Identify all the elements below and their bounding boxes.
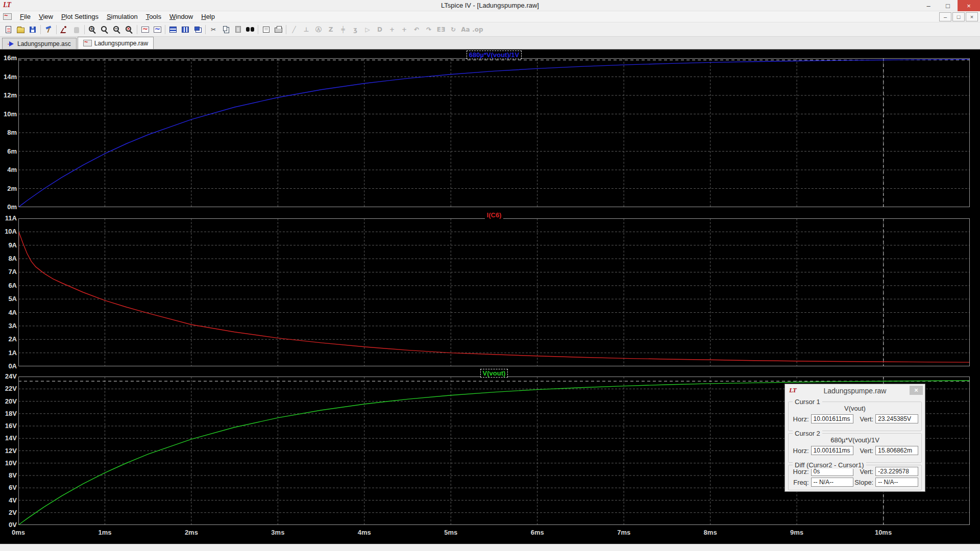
- cursor-panel-close-button[interactable]: ×: [910, 386, 923, 395]
- diode-icon: ▷: [365, 26, 370, 34]
- ltspice-window: LT LTspice IV - [Ladungspumpe.raw] – □ ×…: [0, 0, 980, 551]
- text-button: Aa: [459, 23, 472, 36]
- y-tick-label: 16V: [0, 422, 17, 430]
- cascade-button[interactable]: [191, 23, 204, 36]
- net-label-icon: Ⓐ: [315, 26, 322, 34]
- draw-wire-icon: ╱: [292, 26, 296, 34]
- toolbar-separator: [286, 25, 286, 34]
- zoom-full-extents-icon: [126, 26, 131, 32]
- draw-wire-button: ╱: [288, 23, 300, 36]
- run-button[interactable]: [58, 23, 70, 36]
- menu-window[interactable]: Window: [165, 12, 197, 21]
- pan-button[interactable]: [151, 23, 163, 36]
- inductor-icon: ʒ: [353, 26, 357, 34]
- mdi-minimize-button[interactable]: –: [939, 12, 951, 21]
- print-preview-button[interactable]: [260, 23, 272, 36]
- new-waveform-icon: [6, 26, 11, 33]
- maximize-button[interactable]: □: [938, 0, 958, 11]
- copy-button[interactable]: [219, 23, 232, 36]
- run-icon: [61, 26, 67, 33]
- cursor-panel-titlebar[interactable]: LT Ladungspumpe.raw ×: [785, 384, 925, 396]
- y-tick-label: 0m: [0, 203, 17, 211]
- tile-vertical-button[interactable]: [179, 23, 191, 36]
- find-icon: [246, 27, 254, 32]
- component-button: D: [374, 23, 386, 36]
- new-waveform-button[interactable]: [2, 23, 14, 36]
- y-tick-label: 2m: [0, 185, 17, 192]
- y-tick-label: 6A: [0, 282, 17, 289]
- y-tick-label: 12V: [0, 447, 17, 455]
- trace-1: [18, 59, 970, 207]
- cursor2-vert-label: Vert:: [853, 447, 873, 455]
- spice-directive-icon: .op: [472, 26, 483, 34]
- diff-slope-input[interactable]: -- N/A--: [875, 478, 918, 487]
- capacitor-button: ╪: [337, 23, 349, 36]
- tab-ladungspumpe-asc[interactable]: Ladungspumpe.asc: [2, 38, 77, 49]
- pane-title-row-1: 680µ*V(vout)/1V: [18, 50, 970, 58]
- mdi-close-button[interactable]: ×: [966, 12, 978, 21]
- toolbar-separator: [84, 25, 85, 34]
- control-panel-icon: [45, 26, 52, 33]
- mirror-button: EƎ: [435, 23, 447, 36]
- cursor-panel-title: Ladungspumpe.raw: [785, 387, 925, 395]
- autorange-button[interactable]: [139, 23, 151, 36]
- schematic-icon: [8, 41, 15, 47]
- trace-label-3[interactable]: V(vout): [481, 369, 508, 377]
- zoom-full-extents-button[interactable]: [123, 23, 135, 36]
- menu-help[interactable]: Help: [197, 12, 219, 21]
- pan-icon: [154, 27, 161, 33]
- trace-label-1[interactable]: 680µ*V(vout)/1V: [467, 51, 522, 59]
- capacitor-icon: ╪: [341, 26, 345, 34]
- tile-horizontal-button[interactable]: [167, 23, 179, 36]
- y-tick-label: 6m: [0, 147, 17, 155]
- x-tick-label: 4ms: [349, 529, 380, 536]
- menu-bar: FileViewPlot SettingsSimulationToolsWind…: [0, 11, 980, 22]
- diff-freq-input[interactable]: -- N/A--: [811, 478, 854, 487]
- control-panel-button[interactable]: [42, 23, 55, 36]
- open-file-button[interactable]: [14, 23, 27, 36]
- menu-file[interactable]: File: [16, 12, 35, 21]
- zoom-in-button[interactable]: [86, 23, 99, 36]
- cursor1-group-label: Cursor 1: [793, 398, 822, 406]
- plot-pane-2[interactable]: [18, 218, 970, 366]
- menu-plot-settings[interactable]: Plot Settings: [57, 12, 103, 21]
- resistor-icon: Z: [329, 26, 333, 34]
- y-tick-label: 14m: [0, 73, 17, 81]
- x-tick-label: 0ms: [3, 529, 34, 536]
- zoom-area-button[interactable]: [99, 23, 111, 36]
- find-button[interactable]: [244, 23, 256, 36]
- diff-vert-input[interactable]: -23.229578: [875, 467, 918, 476]
- toolbar: ✂╱⊥ⒶZ╪ʒ▷D++↶↷EƎ↻Aa.op: [0, 22, 980, 37]
- trace-label-2[interactable]: I(C6): [485, 211, 504, 219]
- child-window-icon[interactable]: [3, 13, 12, 20]
- menu-view[interactable]: View: [35, 12, 57, 21]
- y-tick-label: 4V: [0, 496, 17, 504]
- menu-simulation[interactable]: Simulation: [103, 12, 142, 21]
- x-tick-label: 1ms: [89, 529, 120, 536]
- x-tick-label: 2ms: [176, 529, 207, 536]
- paste-icon: [235, 26, 241, 33]
- mdi-restore-button[interactable]: □: [952, 12, 965, 21]
- cursor2-horz-input[interactable]: 10.001611ms: [811, 446, 854, 455]
- close-button[interactable]: ×: [958, 0, 980, 11]
- menu-tools[interactable]: Tools: [142, 12, 165, 21]
- title-bar[interactable]: LT LTspice IV - [Ladungspumpe.raw] – □ ×: [0, 0, 980, 11]
- window-title: LTspice IV - [Ladungspumpe.raw]: [0, 2, 980, 9]
- print-button[interactable]: [272, 23, 284, 36]
- cursor2-group-label: Cursor 2: [793, 430, 822, 437]
- plot-pane-1[interactable]: [18, 58, 970, 207]
- open-file-icon: [17, 28, 24, 33]
- minimize-button[interactable]: –: [919, 0, 938, 11]
- zoom-out-button[interactable]: [111, 23, 123, 36]
- y-tick-label: 8V: [0, 471, 17, 479]
- cursor1-vert-input[interactable]: 23.245385V: [875, 414, 918, 423]
- cursor-panel[interactable]: LT Ladungspumpe.raw × Cursor 1 V(vout) H…: [785, 384, 925, 492]
- cursor2-vert-input[interactable]: 15.806862m: [875, 446, 918, 455]
- cursor1-horz-input[interactable]: 10.001611ms: [811, 414, 854, 423]
- cut-button[interactable]: ✂: [207, 23, 219, 36]
- redo-icon: ↷: [426, 26, 431, 34]
- zoom-area-icon: [101, 26, 107, 32]
- cursor1-vert-label: Vert:: [853, 415, 873, 423]
- tab-ladungspumpe-raw[interactable]: Ladungspumpe.raw: [78, 37, 154, 49]
- save-button[interactable]: [27, 23, 39, 36]
